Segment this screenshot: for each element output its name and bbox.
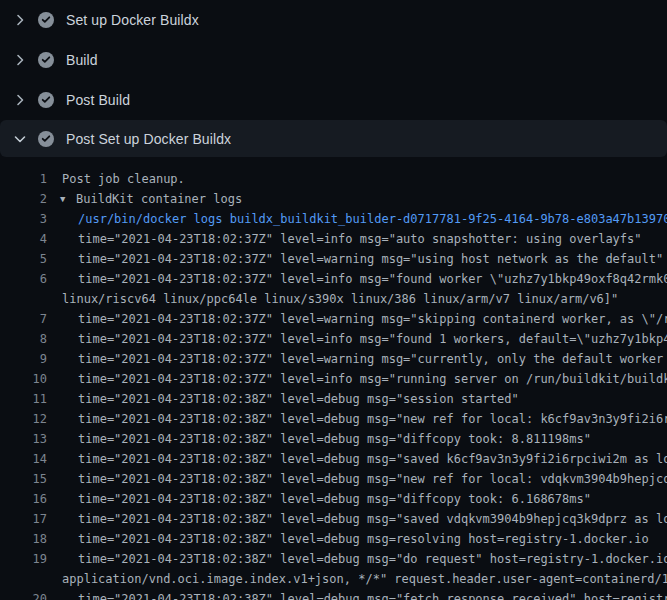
log-group-label[interactable]: BuildKit container logs [76,192,242,206]
log-line-text: linux/riscv64 linux/ppc64le linux/s390x … [62,289,618,309]
log-row: 15time="2021-04-23T18:02:38Z" level=debu… [0,469,667,489]
log-line-text: time="2021-04-23T18:02:37Z" level=info m… [78,329,667,349]
line-number [0,569,47,589]
line-number[interactable]: 20 [0,589,47,600]
log-row: 10time="2021-04-23T18:02:37Z" level=info… [0,369,667,389]
step-title: Set up Docker Buildx [66,12,199,28]
log-row: 13time="2021-04-23T18:02:38Z" level=debu… [0,429,667,449]
log-command-text: /usr/bin/docker logs buildx_buildkit_bui… [78,209,667,229]
log-row: 18time="2021-04-23T18:02:38Z" level=debu… [0,529,667,549]
log-line-text: time="2021-04-23T18:02:37Z" level=info m… [78,229,642,249]
log-row: 7time="2021-04-23T18:02:37Z" level=warni… [0,309,667,329]
log-row: 11time="2021-04-23T18:02:38Z" level=debu… [0,389,667,409]
chevron-right-icon [12,12,28,28]
chevron-right-icon [12,52,28,68]
log-row: 2▼BuildKit container logs [0,189,667,209]
line-number[interactable]: 2 [0,189,47,209]
log-row: 6time="2021-04-23T18:02:37Z" level=info … [0,269,667,289]
log-row: application/vnd.oci.image.index.v1+json,… [0,569,667,589]
log-row: 16time="2021-04-23T18:02:38Z" level=debu… [0,489,667,509]
check-circle-icon [38,131,54,147]
check-circle-icon [38,92,54,108]
line-number[interactable]: 16 [0,489,47,509]
log-row: 3/usr/bin/docker logs buildx_buildkit_bu… [0,209,667,229]
log-row: linux/riscv64 linux/ppc64le linux/s390x … [0,289,667,309]
line-number[interactable]: 4 [0,229,47,249]
line-number[interactable]: 14 [0,449,47,469]
collapse-triangle-icon[interactable]: ▼ [60,189,76,209]
line-number[interactable]: 11 [0,389,47,409]
log-viewer: 1Post job cleanup.2▼BuildKit container l… [0,157,667,600]
log-row: 5time="2021-04-23T18:02:37Z" level=warni… [0,249,667,269]
log-line-text: time="2021-04-23T18:02:37Z" level=warnin… [78,249,663,269]
line-number [0,289,47,309]
log-line-text: time="2021-04-23T18:02:37Z" level=warnin… [78,309,667,329]
chevron-right-icon [12,92,28,108]
log-line-text: time="2021-04-23T18:02:38Z" level=debug … [78,409,667,429]
log-row: 12time="2021-04-23T18:02:38Z" level=debu… [0,409,667,429]
line-number[interactable]: 19 [0,549,47,569]
log-row: 17time="2021-04-23T18:02:38Z" level=debu… [0,509,667,529]
log-line-text: time="2021-04-23T18:02:38Z" level=debug … [78,389,519,409]
log-line-text: time="2021-04-23T18:02:37Z" level=info m… [78,369,667,389]
steps-list: Set up Docker BuildxBuildPost BuildPost … [0,0,667,157]
log-line-text: time="2021-04-23T18:02:38Z" level=debug … [78,449,667,469]
line-number[interactable]: 15 [0,469,47,489]
step-header-set-up-docker-buildx[interactable]: Set up Docker Buildx [0,0,667,40]
line-number[interactable]: 18 [0,529,47,549]
log-row: 1Post job cleanup. [0,169,667,189]
log-line-text: time="2021-04-23T18:02:38Z" level=debug … [78,549,667,569]
log-line-text: time="2021-04-23T18:02:38Z" level=debug … [78,509,667,529]
step-header-post-build[interactable]: Post Build [0,80,667,120]
line-number[interactable]: 1 [0,169,47,189]
chevron-down-icon [12,131,28,147]
log-group-header: ▼BuildKit container logs [62,189,242,209]
log-line-text: time="2021-04-23T18:02:38Z" level=debug … [78,529,649,549]
line-number[interactable]: 13 [0,429,47,449]
line-number[interactable]: 12 [0,409,47,429]
line-number[interactable]: 10 [0,369,47,389]
log-line-text: time="2021-04-23T18:02:37Z" level=warnin… [78,349,667,369]
log-line-text: time="2021-04-23T18:02:38Z" level=debug … [78,469,667,489]
log-line-text: time="2021-04-23T18:02:38Z" level=debug … [78,429,591,449]
log-row: 14time="2021-04-23T18:02:38Z" level=debu… [0,449,667,469]
log-row: 20time="2021-04-23T18:02:38Z" level=debu… [0,589,667,600]
line-number[interactable]: 3 [0,209,47,229]
log-line-text: time="2021-04-23T18:02:38Z" level=debug … [78,589,667,600]
step-header-build[interactable]: Build [0,40,667,80]
log-row: 9time="2021-04-23T18:02:37Z" level=warni… [0,349,667,369]
step-header-post-set-up-docker-buildx[interactable]: Post Set up Docker Buildx [0,120,667,157]
check-circle-icon [38,12,54,28]
step-title: Post Set up Docker Buildx [66,131,231,147]
line-number[interactable]: 9 [0,349,47,369]
step-title: Build [66,52,98,68]
log-row: 19time="2021-04-23T18:02:38Z" level=debu… [0,549,667,569]
log-row: 4time="2021-04-23T18:02:37Z" level=info … [0,229,667,249]
log-line-text: time="2021-04-23T18:02:37Z" level=info m… [78,269,667,289]
log-line-text: application/vnd.oci.image.index.v1+json,… [62,569,667,589]
line-number[interactable]: 5 [0,249,47,269]
log-line-text: Post job cleanup. [62,169,185,189]
log-row: 8time="2021-04-23T18:02:37Z" level=info … [0,329,667,349]
check-circle-icon [38,52,54,68]
line-number[interactable]: 7 [0,309,47,329]
step-title: Post Build [66,92,130,108]
line-number[interactable]: 6 [0,269,47,289]
line-number[interactable]: 8 [0,329,47,349]
line-number[interactable]: 17 [0,509,47,529]
log-line-text: time="2021-04-23T18:02:38Z" level=debug … [78,489,591,509]
